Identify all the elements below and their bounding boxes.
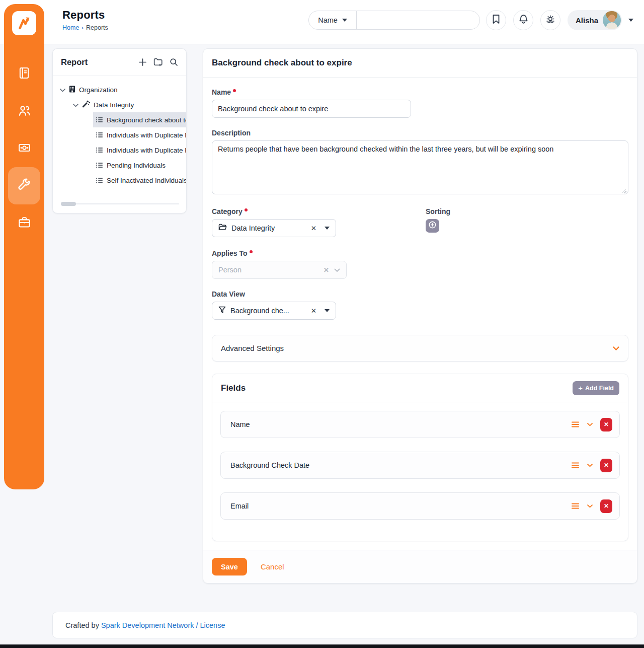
data-view-label: Data View [212,290,628,298]
bookmark-button[interactable] [486,10,506,30]
fields-title: Fields [221,383,246,393]
applies-to-select[interactable]: Person ✕ [212,261,347,279]
drag-handle-icon[interactable] [572,503,579,509]
sidebar-item-finance[interactable] [8,130,40,167]
briefcase-icon [18,215,31,231]
field-label: Name [230,420,572,428]
people-icon [18,104,31,119]
bookmark-icon [492,14,501,26]
caret-down-icon[interactable] [73,101,78,109]
book-icon [18,66,31,82]
report-item-label: Background check about to expire [107,116,186,124]
report-tree-panel: Report Organization Data Int [52,48,187,213]
footer-separator: / [196,621,198,629]
tree-report-item[interactable]: Pending Individuals [93,158,186,173]
funnel-icon [218,306,226,316]
chevron-down-icon [342,19,347,22]
advanced-settings-label: Advanced Settings [221,344,284,352]
dropdown-triangle-icon[interactable] [325,309,330,312]
drag-handle-icon[interactable] [572,462,579,468]
fields-list: Name ✕ Background Check Date [212,402,628,541]
user-menu[interactable]: Alisha [568,10,622,30]
report-tree-header: Report [53,49,186,76]
notifications-button[interactable] [513,10,533,30]
category-picker[interactable]: Data Integrity ✕ [212,219,336,237]
expand-chevron-icon[interactable] [587,464,593,467]
field-row: Email ✕ [220,492,620,520]
avatar [603,11,621,29]
description-label: Description [212,129,628,137]
tree-report-item[interactable]: Self Inactivated Individuals [93,173,186,188]
caret-down-icon[interactable] [60,86,65,94]
add-field-button[interactable]: + Add Field [573,381,619,395]
clear-icon[interactable]: ✕ [311,224,316,232]
report-item-label: Individuals with Duplicate Phone Numbers [107,147,186,154]
tree-report-item[interactable]: Individuals with Duplicate Phone Numbers [93,142,186,158]
horizontal-scrollbar-thumb[interactable] [61,202,76,206]
spark-network-link[interactable]: Spark Development Network [101,621,194,629]
tree-node-organization[interactable]: Organization [53,82,186,97]
field-row: Background Check Date ✕ [220,452,620,479]
sorting-add-button[interactable] [426,219,439,233]
license-link[interactable]: License [200,621,225,629]
description-wrapper: Returns people that have been background… [212,140,628,196]
sidebar-item-admin-tools[interactable] [8,167,40,204]
tree-node-data-integrity[interactable]: Data Integrity [53,97,186,112]
dropdown-triangle-icon[interactable] [325,227,330,230]
sun-haze-icon [545,14,555,26]
sidebar-item-people[interactable] [8,93,40,130]
category-label: Category [212,207,426,215]
theme-button[interactable] [540,10,560,30]
report-list-icon [96,147,103,154]
rock-logo-icon [16,15,32,31]
app-sidebar [4,4,44,489]
user-chevron-down-icon[interactable] [628,19,633,22]
search-filter-dropdown[interactable]: Name [309,11,357,29]
expand-chevron-icon[interactable] [587,505,593,508]
required-indicator [245,208,248,211]
breadcrumb: Home › Reports [62,24,108,31]
description-field[interactable]: Returns people that have been background… [212,140,628,194]
fields-header: Fields + Add Field [212,374,628,402]
magic-wand-icon [82,100,90,109]
advanced-settings-toggle[interactable]: Advanced Settings [212,335,628,362]
report-tree: Organization Data Integrity Background c… [53,76,186,188]
name-label: Name [212,88,628,96]
delete-field-button[interactable]: ✕ [600,499,612,513]
clear-icon[interactable]: ✕ [311,307,316,315]
bell-icon [519,14,528,26]
cancel-button[interactable]: Cancel [261,562,284,571]
drag-handle-icon[interactable] [572,421,579,427]
name-field[interactable] [212,100,411,118]
page-title: Reports [62,9,108,22]
delete-field-button[interactable]: ✕ [600,418,612,431]
horizontal-scrollbar-track [61,203,179,204]
search-filter-label: Name [318,16,338,24]
breadcrumb-home-link[interactable]: Home [62,24,79,31]
bottom-edge-bar [0,644,644,648]
sorting-label: Sorting [426,207,450,215]
data-view-picker[interactable]: Background che... ✕ [212,302,336,320]
delete-field-button[interactable]: ✕ [600,459,612,472]
sidebar-item-people-book[interactable] [8,55,40,93]
search-icon[interactable] [170,58,178,66]
user-name: Alisha [576,16,598,25]
report-item-label: Self Inactivated Individuals [107,177,186,184]
search-input[interactable] [357,11,479,29]
save-button[interactable]: Save [212,558,247,575]
circle-plus-icon [428,221,437,231]
app-logo[interactable] [12,11,36,35]
add-report-button[interactable] [138,58,147,66]
add-folder-icon[interactable] [153,58,163,66]
report-form: Name Description Returns people that hav… [203,78,637,550]
expand-chevron-icon[interactable] [587,423,593,426]
sidebar-item-work[interactable] [8,204,40,242]
chevron-down-icon [613,344,619,352]
report-list-icon [96,116,103,123]
tree-report-item[interactable]: Background check about to expire [93,112,186,127]
field-label: Email [230,502,572,510]
tree-report-item[interactable]: Individuals with Duplicate Names [93,127,186,142]
building-icon [69,86,75,94]
report-item-label: Individuals with Duplicate Names [107,131,186,139]
fields-panel: Fields + Add Field Name ✕ [212,374,628,541]
